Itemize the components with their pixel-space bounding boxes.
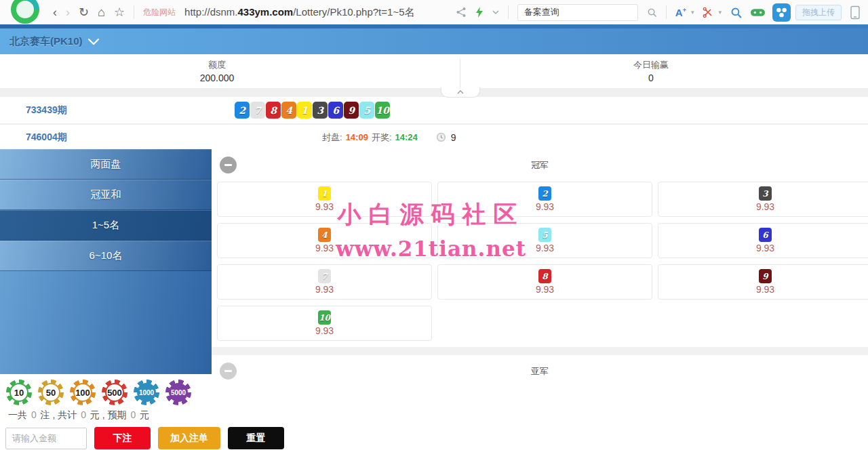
search-icon[interactable] — [647, 7, 657, 18]
result-ball-4: 4 — [281, 102, 296, 119]
ball-7-icon: 7 — [318, 269, 331, 283]
chip-500[interactable]: 500 — [102, 380, 127, 405]
chip-10[interactable]: 10 — [6, 380, 32, 405]
odds-value: 9.93 — [315, 201, 334, 212]
summary-count: 0 — [129, 409, 137, 420]
bet-cell-8[interactable]: 89.93 — [437, 264, 652, 300]
back-icon[interactable]: ‹ — [53, 6, 57, 18]
forward-icon[interactable]: › — [66, 6, 70, 18]
result-ball-10: 10 — [375, 102, 390, 119]
translate-icon[interactable]: A+ — [675, 7, 686, 18]
result-ball-9: 9 — [344, 102, 359, 119]
current-draw-row: 746004期 封盘: 14:09 开奖: 14:24 9 — [0, 125, 868, 150]
draw-times: 封盘: 14:09 开奖: 14:24 9 — [322, 131, 456, 144]
open-time: 14:24 — [395, 132, 418, 142]
summary-count: 0 — [30, 409, 38, 420]
zoom-search-icon[interactable] — [730, 7, 742, 18]
favorite-star-icon[interactable]: ☆ — [114, 6, 125, 18]
chip-50[interactable]: 50 — [38, 380, 64, 405]
odds-value: 9.93 — [315, 243, 334, 253]
add-to-slip-button[interactable]: 加入注单 — [158, 427, 220, 449]
close-label: 封盘: — [322, 131, 342, 144]
address-bar[interactable]: http://dsnm.433ym.com/Lottery/Pk10.php?t… — [184, 6, 414, 19]
bet-button[interactable]: 下注 — [94, 427, 151, 449]
game-header[interactable]: 北京赛车(PK10) — [0, 28, 868, 54]
game-title: 北京赛车(PK10) — [9, 35, 83, 48]
odds-value: 9.93 — [536, 201, 554, 212]
search-input[interactable]: 备案查询 — [517, 4, 638, 21]
app-center-icon[interactable] — [772, 3, 791, 22]
balance-label: 额度 — [208, 59, 226, 71]
drag-upload-tooltip: 拖拽上传 — [795, 5, 842, 20]
sidebar: 两面盘冠亚和1~5名6~10名 — [0, 149, 212, 374]
today-winloss-block: 今日输赢 0 — [434, 54, 868, 88]
browser-chrome: ‹ › ↻ ⌂ ☆ 危险网站 http://dsnm.433ym.com/Lot… — [0, 0, 868, 24]
browser-logo-icon[interactable] — [9, 0, 41, 25]
close-time: 14:09 — [346, 132, 368, 142]
clock-icon — [436, 132, 446, 142]
champion-section-header: 冠军 — [212, 149, 868, 182]
divider — [508, 5, 509, 19]
open-label: 开奖: — [372, 131, 392, 144]
ball-10-icon: 10 — [318, 310, 331, 325]
champion-section-title: 冠军 — [212, 149, 868, 182]
translate-caret-icon[interactable]: ▾ — [691, 9, 694, 16]
bet-cell-3[interactable]: 39.93 — [658, 182, 868, 217]
gamepad-icon[interactable] — [751, 7, 765, 18]
result-ball-7: 7 — [250, 102, 265, 119]
odds-value: 9.93 — [536, 243, 554, 253]
current-issue-number: 746004期 — [26, 131, 87, 144]
last-draw-row: 733439期 27841369510 — [0, 97, 868, 123]
divider — [666, 5, 667, 19]
bet-cell-5[interactable]: 59.93 — [437, 223, 652, 258]
summary-text: 元 , 预期 — [87, 409, 129, 420]
chip-100[interactable]: 100 — [70, 380, 96, 405]
today-winloss-value: 0 — [648, 73, 654, 83]
lightning-icon[interactable] — [475, 7, 484, 18]
chip-1000[interactable]: 1000 — [134, 380, 159, 405]
refresh-icon[interactable]: ↻ — [79, 6, 89, 18]
bet-cell-1[interactable]: 19.93 — [217, 182, 432, 217]
ball-8-icon: 8 — [538, 269, 551, 283]
sidebar-item-冠亚和[interactable]: 冠亚和 — [0, 180, 212, 210]
bet-cell-6[interactable]: 69.93 — [658, 223, 868, 258]
divider — [460, 58, 460, 88]
reset-button[interactable]: 重置 — [228, 427, 284, 449]
share-icon[interactable] — [456, 7, 467, 18]
amount-input[interactable] — [5, 428, 87, 449]
sidebar-item-两面盘[interactable]: 两面盘 — [0, 149, 212, 180]
odds-value: 9.93 — [315, 284, 334, 295]
chip-5000[interactable]: 5000 — [165, 380, 191, 405]
chip-value: 500 — [107, 388, 122, 398]
result-ball-6: 6 — [328, 102, 343, 119]
summary-count: 0 — [79, 409, 87, 420]
bet-bar: 105010050010005000 一共 0 注 , 共计 0 元 , 预期 … — [0, 374, 868, 449]
sidebar-item-6~10名[interactable]: 6~10名 — [0, 241, 212, 271]
game-chevron-down-icon — [88, 39, 99, 45]
odds-value: 9.93 — [536, 284, 554, 295]
sidebar-item-1~5名[interactable]: 1~5名 — [0, 210, 212, 241]
bet-cell-7[interactable]: 79.93 — [217, 264, 432, 300]
bet-cell-4[interactable]: 49.93 — [217, 223, 432, 258]
bet-cell-2[interactable]: 29.93 — [437, 182, 652, 217]
chevron-down-icon[interactable] — [492, 10, 499, 14]
mobile-phone-icon[interactable] — [850, 5, 860, 20]
ball-1-icon: 1 — [318, 186, 331, 201]
summary-text: 一共 — [8, 409, 30, 420]
result-balls: 27841369510 — [235, 102, 390, 119]
odds-value: 9.93 — [756, 201, 774, 212]
odds-value: 9.93 — [756, 243, 774, 253]
collapse-panel-tab[interactable] — [441, 87, 480, 98]
bet-grid: 19.9329.9339.9349.9359.9369.9379.9389.93… — [212, 182, 868, 341]
ball-4-icon: 4 — [318, 228, 331, 242]
bet-cell-9[interactable]: 99.93 — [658, 264, 868, 300]
result-ball-8: 8 — [266, 102, 281, 119]
home-icon[interactable]: ⌂ — [98, 6, 105, 18]
odds-value: 9.93 — [756, 284, 774, 295]
scissors-icon[interactable] — [703, 7, 713, 18]
chevron-up-icon — [457, 90, 464, 94]
bet-cell-10[interactable]: 109.93 — [217, 306, 432, 341]
summary-text: 注 , 共计 — [38, 409, 79, 420]
chip-value: 10 — [14, 388, 24, 398]
scissors-caret-icon[interactable]: ▾ — [718, 9, 722, 16]
